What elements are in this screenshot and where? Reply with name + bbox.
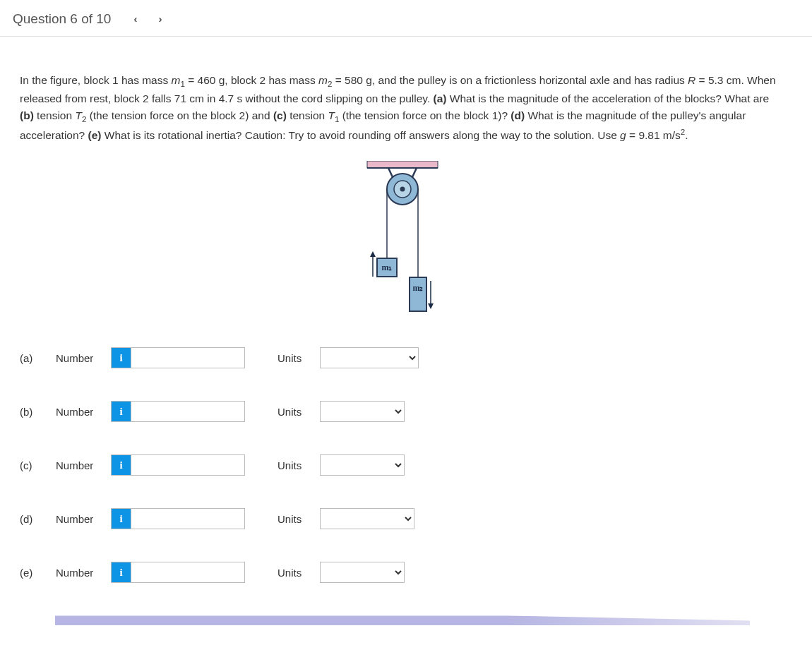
progress-bar [55,615,750,625]
units-label: Units [277,513,309,525]
number-input-group-c: i [111,454,245,476]
part-label-a: (a) [20,352,44,364]
info-icon[interactable]: i [112,562,131,582]
units-select-e[interactable] [320,562,405,583]
number-label: Number [56,567,100,579]
number-input-a[interactable] [131,348,244,368]
units-select-b[interactable] [320,401,405,422]
number-input-group-a: i [111,347,245,368]
svg-rect-0 [367,161,438,168]
units-select-a[interactable] [320,347,419,368]
part-label-e: (e) [20,567,44,579]
answer-section: (a)NumberiUnits(b)NumberiUnits(c)Numberi… [20,347,785,583]
m1-label: m₁ [382,263,393,272]
units-select-c[interactable] [320,454,405,476]
units-label: Units [277,459,309,471]
units-label: Units [277,567,309,579]
part-label-b: (b) [20,406,44,418]
answer-row-d: (d)NumberiUnits [20,508,785,529]
number-input-group-b: i [111,401,245,422]
figure-container: m₁ m₂ [20,161,785,323]
info-icon[interactable]: i [112,402,131,421]
number-input-b[interactable] [131,402,244,421]
info-icon[interactable]: i [112,455,131,475]
units-label: Units [277,352,309,364]
number-input-group-d: i [111,508,245,529]
svg-marker-12 [370,251,376,257]
question-header: Question 6 of 10 ‹ › [0,0,812,37]
info-icon[interactable]: i [112,509,131,529]
svg-point-6 [400,187,405,192]
part-label-c: (c) [20,459,44,471]
answer-row-a: (a)NumberiUnits [20,347,785,368]
number-label: Number [56,513,100,525]
answer-row-e: (e)NumberiUnits [20,562,785,583]
info-icon[interactable]: i [112,348,131,368]
part-label-d: (d) [20,513,44,525]
number-input-d[interactable] [131,509,244,529]
answer-row-b: (b)NumberiUnits [20,401,785,422]
units-select-d[interactable] [320,508,414,529]
pulley-figure: m₁ m₂ [360,161,445,323]
number-label: Number [56,406,100,418]
problem-statement: In the figure, block 1 has mass m1 = 460… [20,72,785,144]
m2-label: m₂ [413,283,424,293]
prev-question-button[interactable]: ‹ [131,10,140,28]
svg-marker-14 [428,303,434,309]
next-question-button[interactable]: › [155,10,165,28]
number-label: Number [56,352,100,364]
number-input-c[interactable] [131,455,244,475]
question-title: Question 6 of 10 [13,11,111,27]
nav-arrows: ‹ › [131,10,165,28]
number-label: Number [56,459,100,471]
number-input-group-e: i [111,562,245,583]
answer-row-c: (c)NumberiUnits [20,454,785,476]
units-label: Units [277,406,309,418]
number-input-e[interactable] [131,562,244,582]
